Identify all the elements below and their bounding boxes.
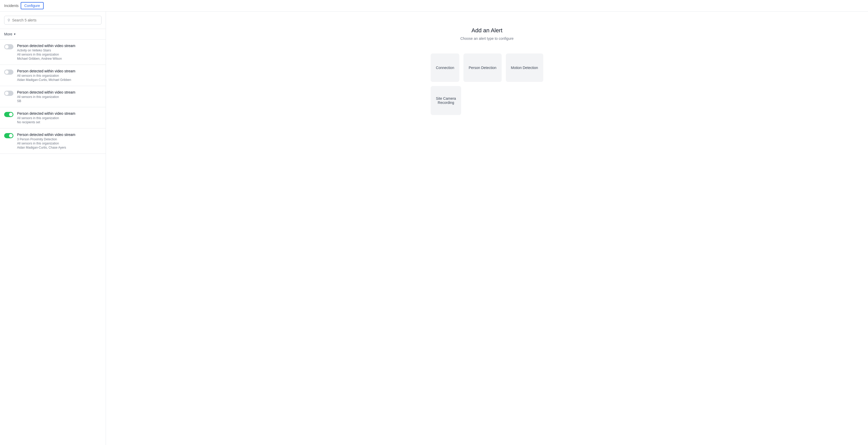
alert-content: Person detected within video streamAll s… bbox=[17, 90, 101, 103]
alert-type-person-detection[interactable]: Person Detection bbox=[463, 54, 501, 82]
toggle-slider bbox=[4, 69, 13, 75]
alert-type-site-camera-recording-label: Site Camera Recording bbox=[436, 96, 456, 105]
toggle-slider bbox=[4, 91, 13, 96]
alert-item: Person detected within video streamAll s… bbox=[0, 65, 106, 86]
alert-recipients: SB bbox=[17, 99, 101, 103]
toggle-wrapper bbox=[4, 44, 13, 49]
alert-type-site-camera-recording[interactable]: Site Camera Recording bbox=[431, 86, 461, 115]
alert-item: Person detected within video streamAll s… bbox=[0, 107, 106, 128]
toggle-wrapper bbox=[4, 91, 13, 96]
alert-types-row-1: Connection Person Detection Motion Detec… bbox=[431, 54, 543, 82]
alert-recipients: Aidan Madigan-Curtis, Chase Ayers bbox=[17, 146, 101, 149]
toggle-slider bbox=[4, 112, 13, 117]
more-row[interactable]: More ▾ bbox=[0, 29, 106, 39]
alert-toggle-4[interactable] bbox=[4, 112, 13, 117]
alert-toggle-1[interactable] bbox=[4, 44, 13, 49]
alert-type-person-detection-label: Person Detection bbox=[469, 66, 496, 70]
nav-configure-button[interactable]: Configure bbox=[21, 2, 44, 9]
alert-type-motion-detection[interactable]: Motion Detection bbox=[506, 54, 543, 82]
alert-content: Person detected within video streamAll s… bbox=[17, 69, 101, 82]
toggle-wrapper bbox=[4, 112, 13, 117]
alert-types-container: Connection Person Detection Motion Detec… bbox=[431, 54, 543, 115]
alert-subtitle: 3 Person Proximity Detection bbox=[17, 138, 101, 141]
chevron-down-icon: ▾ bbox=[14, 32, 16, 36]
alert-sensors: All sensors in this organization bbox=[17, 53, 101, 56]
page-subtitle: Choose an alert type to configure bbox=[460, 36, 514, 40]
alert-content: Person detected within video stream3 Per… bbox=[17, 132, 101, 149]
alert-types-row-2: Site Camera Recording bbox=[431, 86, 543, 115]
alert-recipients: Michael Gribben, Andrew Wilson bbox=[17, 57, 101, 60]
alert-sensors: All sensors in this organization bbox=[17, 95, 101, 99]
alert-toggle-2[interactable] bbox=[4, 69, 13, 75]
search-icon: ⚲ bbox=[7, 18, 10, 22]
alert-title: Person detected within video stream bbox=[17, 90, 101, 94]
sidebar: ⚲ More ▾ Person detected within video st… bbox=[0, 11, 106, 445]
alert-content: Person detected within video streamActiv… bbox=[17, 44, 101, 60]
alert-type-motion-detection-label: Motion Detection bbox=[511, 66, 538, 70]
alert-item: Person detected within video stream3 Per… bbox=[0, 128, 106, 154]
more-label: More bbox=[4, 32, 12, 36]
alert-title: Person detected within video stream bbox=[17, 44, 101, 48]
top-nav: Incidents Configure bbox=[0, 0, 868, 11]
search-input[interactable] bbox=[12, 18, 98, 22]
search-box[interactable]: ⚲ bbox=[4, 16, 101, 25]
toggle-slider bbox=[4, 133, 13, 138]
alert-toggle-5[interactable] bbox=[4, 133, 13, 138]
toggle-slider bbox=[4, 44, 13, 49]
toggle-wrapper bbox=[4, 133, 13, 138]
main-layout: ⚲ More ▾ Person detected within video st… bbox=[0, 11, 868, 445]
alert-subtitle: Activity on Velteko Stairs bbox=[17, 49, 101, 52]
alert-list: Person detected within video streamActiv… bbox=[0, 39, 106, 154]
alert-recipients: No recipients set bbox=[17, 120, 101, 124]
alert-content: Person detected within video streamAll s… bbox=[17, 111, 101, 124]
alert-item: Person detected within video streamAll s… bbox=[0, 86, 106, 107]
toggle-wrapper bbox=[4, 69, 13, 75]
search-container: ⚲ bbox=[0, 11, 106, 29]
page-title: Add an Alert bbox=[471, 27, 502, 34]
alert-toggle-3[interactable] bbox=[4, 91, 13, 96]
main-content: Add an Alert Choose an alert type to con… bbox=[106, 11, 868, 445]
alert-sensors: All sensors in this organization bbox=[17, 116, 101, 120]
alert-title: Person detected within video stream bbox=[17, 132, 101, 137]
alert-type-connection-label: Connection bbox=[436, 66, 454, 70]
nav-incidents[interactable]: Incidents bbox=[4, 4, 19, 8]
alert-title: Person detected within video stream bbox=[17, 69, 101, 73]
alert-item: Person detected within video streamActiv… bbox=[0, 39, 106, 65]
alert-title: Person detected within video stream bbox=[17, 111, 101, 116]
alert-sensors: All sensors in this organization bbox=[17, 142, 101, 145]
alert-sensors: All sensors in this organization bbox=[17, 74, 101, 78]
alert-type-connection[interactable]: Connection bbox=[431, 54, 459, 82]
alert-recipients: Aidan Madigan-Curtis, Michael Gribben bbox=[17, 78, 101, 82]
